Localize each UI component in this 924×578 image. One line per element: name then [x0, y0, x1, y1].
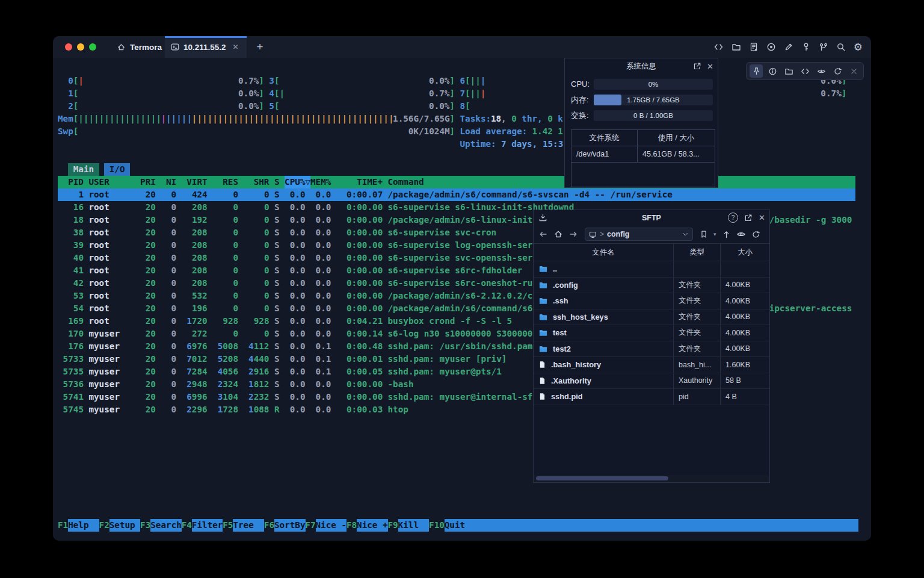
bookmark-icon[interactable] [700, 230, 708, 238]
fkey-label-setup[interactable]: Setup [109, 519, 141, 532]
file-name: .bash_history [551, 360, 601, 369]
refresh-icon[interactable] [751, 230, 760, 239]
refresh-icon[interactable] [831, 64, 844, 78]
fkey-F5: F5 [223, 519, 233, 532]
close-panel-icon[interactable]: ✕ [759, 213, 765, 222]
chevron-down-icon[interactable] [682, 231, 689, 238]
minimize-window-button[interactable] [77, 43, 84, 51]
file-type: Xauthority [673, 373, 720, 389]
bookmark-dropdown-caret[interactable]: ▾ [713, 231, 716, 237]
col-size[interactable]: 大小 [720, 244, 769, 261]
code-icon[interactable] [798, 64, 812, 78]
memory-usage-bar: 1.75GB / 7.65GB [594, 95, 713, 105]
system-info-header: 系统信息 ✕ [565, 58, 718, 74]
info-icon[interactable] [766, 64, 779, 78]
desktop: { "glyphs": {"close": "✕", "plus": "+", … [0, 0, 924, 578]
cpu-meter-row-3: 2[0.0%]5[0.0%]8[ [53, 100, 871, 113]
horizontal-scrollbar[interactable] [534, 475, 769, 482]
fkey-F6: F6 [264, 519, 274, 532]
file-row-.Xauthority[interactable]: .XauthorityXauthority58 B [534, 373, 769, 390]
log-document-icon[interactable] [749, 42, 759, 52]
fkey-label-quit[interactable]: Quit [445, 519, 859, 532]
process-row-pid-1[interactable]: 1root 20 0 424 0 0S 0.0 0.0 0:00.07/pack… [58, 188, 855, 201]
pin-icon[interactable] [750, 64, 763, 78]
app-window: Termora 10.211.55.2 ✕ + ⚙ 0[|0.7%]3[0.0%… [53, 36, 871, 541]
col-filename[interactable]: 文件名 [534, 244, 673, 261]
close-tab-icon[interactable]: ✕ [233, 43, 239, 51]
settings-gear-icon[interactable]: ⚙ [854, 42, 863, 52]
path-breadcrumb[interactable]: > config [585, 228, 693, 241]
forward-icon[interactable] [568, 229, 578, 239]
tab-session[interactable]: 10.211.55.2 ✕ [165, 36, 247, 58]
fkey-label-sortby[interactable]: SortBy [274, 519, 306, 532]
scrollbar-thumb[interactable] [536, 476, 668, 480]
swap-usage-bar: 0 B / 1.00GB [594, 110, 713, 121]
system-info-panel: 系统信息 ✕ CPU: 0% 内存: 1.75GB / 7.65GB 交换: 0… [564, 58, 718, 188]
code-icon[interactable] [713, 42, 724, 52]
show-hidden-eye-icon[interactable] [736, 229, 746, 239]
file-row-test[interactable]: test文件夹4.00KB [534, 325, 769, 341]
record-icon[interactable] [766, 42, 776, 52]
open-in-window-icon[interactable] [693, 62, 701, 70]
file-name: sshd.pid [551, 392, 583, 401]
fkey-label-tree[interactable]: Tree [233, 519, 264, 532]
file-row-test2[interactable]: test2文件夹4.00KB [534, 341, 769, 358]
folder-icon [538, 312, 548, 322]
fkey-F9: F9 [387, 519, 398, 532]
fkey-label-kill[interactable]: Kill [398, 519, 430, 532]
home-icon[interactable] [553, 229, 563, 239]
fs-col-header: 文件系统 [571, 130, 638, 146]
back-icon[interactable] [538, 229, 548, 239]
file-icon [538, 376, 546, 385]
folder-icon[interactable] [782, 64, 795, 78]
close-panel-icon[interactable]: ✕ [707, 62, 713, 71]
file-type: bash_hi... [673, 357, 720, 373]
mem-meter: Mem[||||||||||||||||||||||||||||||||||||… [53, 113, 871, 125]
tab-home[interactable]: Termora [108, 36, 170, 58]
file-size: 4.00KB [720, 293, 769, 309]
filesystem-table: 文件系统 使用 / 大小 /dev/vda1 45.61GB / 58.3... [571, 129, 715, 187]
file-size: 4 B [720, 389, 769, 405]
close-window-button[interactable] [65, 43, 72, 51]
file-type: 文件夹 [673, 325, 720, 341]
file-row-.ssh[interactable]: .ssh文件夹4.00KB [534, 293, 769, 309]
file-size: 1.60KB [720, 357, 769, 373]
close-toolbar-icon[interactable] [847, 64, 860, 78]
search-icon[interactable] [836, 42, 846, 52]
edit-pencil-icon[interactable] [784, 42, 793, 52]
file-type: 文件夹 [673, 341, 720, 357]
new-tab-button[interactable]: + [253, 36, 267, 58]
file-type: 文件夹 [673, 309, 720, 325]
terminal-icon [171, 43, 179, 51]
fkey-F1: F1 [58, 519, 68, 532]
fs-table-row[interactable]: /dev/vda1 45.61GB / 58.3... [571, 146, 715, 163]
keychain-icon[interactable] [819, 42, 828, 52]
cpu-usage-value: 0% [594, 79, 713, 90]
fkey-label-help[interactable]: Help [68, 519, 99, 532]
file-row-.bash_history[interactable]: .bash_historybash_hi...1.60KB [534, 357, 769, 373]
app-tab-label: Termora [130, 43, 162, 52]
file-row-ssh_host_keys[interactable]: ssh_host_keys文件夹4.00KB [534, 309, 769, 326]
file-row-sshd.pid[interactable]: sshd.pidpid4 B [534, 389, 769, 405]
titlebar-toolbar: ⚙ [713, 36, 863, 58]
key-icon[interactable] [801, 42, 811, 52]
folder-icon[interactable] [732, 42, 741, 52]
fkey-label-nice-[interactable]: Nice - [316, 519, 347, 532]
file-name: .config [553, 281, 578, 290]
file-row-.config[interactable]: .config文件夹4.00KB [534, 278, 769, 294]
uptime-line: Uptime:7 days, 15:3 [53, 138, 871, 151]
fkey-bar: F1Help F2Setup F3SearchF4FilterF5Tree F6… [53, 519, 871, 532]
fkey-label-search[interactable]: Search [150, 519, 182, 532]
fkey-label-nice-[interactable]: Nice + [357, 519, 388, 532]
file-name: .ssh [553, 296, 568, 305]
col-type[interactable]: 类型 [673, 244, 720, 261]
gpu-monitor-icon[interactable] [815, 64, 828, 78]
fkey-label-filter[interactable]: Filter [192, 519, 223, 532]
fkey-F4: F4 [182, 519, 192, 532]
maximize-window-button[interactable] [89, 43, 96, 51]
help-icon[interactable]: ? [728, 213, 738, 223]
folder-icon [538, 281, 548, 290]
file-row-..[interactable]: .. [534, 261, 769, 278]
up-directory-icon[interactable] [722, 230, 731, 239]
open-in-window-icon[interactable] [744, 214, 753, 222]
